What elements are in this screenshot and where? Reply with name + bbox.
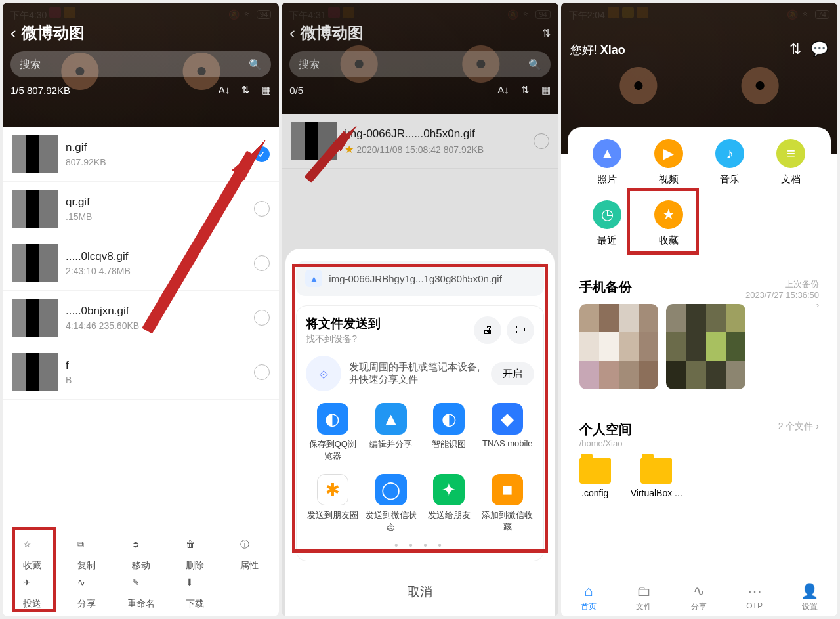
tab-icon: ∿ bbox=[693, 583, 705, 600]
file-thumbnail bbox=[12, 299, 58, 337]
action-share[interactable]: ∿分享 bbox=[60, 577, 114, 610]
app-icon-3 bbox=[637, 7, 648, 18]
category-label: 文档 bbox=[781, 173, 801, 186]
category-收藏[interactable]: ★ 收藏 bbox=[640, 200, 696, 247]
tab-首页[interactable]: ⌂ 首页 bbox=[561, 576, 616, 616]
search-bar[interactable]: 🔍 bbox=[10, 51, 271, 77]
folder-item[interactable]: VirtualBox ... bbox=[631, 458, 682, 498]
category-icon: ♪ bbox=[715, 139, 744, 168]
file-item[interactable]: .....0bnjxn.gif 4:14:46 235.60KB bbox=[3, 291, 279, 345]
tab-label: OTP bbox=[746, 601, 763, 610]
tab-OTP[interactable]: ⋯ OTP bbox=[726, 576, 782, 616]
app-label: 发送到朋友圈 bbox=[307, 509, 358, 521]
share-app[interactable]: ✦ 发送给朋友 bbox=[423, 474, 476, 533]
action-download[interactable]: ⬇下载 bbox=[168, 577, 222, 610]
personal-space-card[interactable]: 2 个文件 › 个人空间 /home/Xiao .config VirtualB… bbox=[568, 409, 831, 510]
filter-icon[interactable]: ⇅ bbox=[242, 84, 250, 96]
categories-card: ▲ 照片 ▶ 视频 ♪ 音乐 ≡ 文档 ◷ 最近 ★ 收藏 bbox=[568, 127, 831, 259]
file-info: 4:14:46 235.60KB bbox=[66, 320, 246, 331]
share-apps-grid: ◐ 保存到QQ浏览器 ▲ 编辑并分享 ◐ 智能识图 ◆ TNAS mobile … bbox=[306, 403, 534, 533]
tab-icon: 🗀 bbox=[637, 583, 651, 600]
action-cast[interactable]: ✈投送 bbox=[5, 577, 60, 610]
sort-icon[interactable]: A↓ bbox=[219, 84, 230, 96]
page-indicator: • • • • bbox=[306, 540, 534, 551]
folder-icon bbox=[579, 458, 611, 484]
backup-card[interactable]: 上次备份 2023/7/27 15:36:50 › 手机备份 bbox=[568, 267, 831, 401]
share-app[interactable]: ■ 添加到微信收藏 bbox=[481, 474, 534, 533]
share-app[interactable]: ◆ TNAS mobile bbox=[481, 403, 534, 462]
file-thumbnail bbox=[12, 190, 58, 228]
printer-icon[interactable]: 🖨 bbox=[474, 316, 501, 344]
tab-分享[interactable]: ∿ 分享 bbox=[671, 576, 726, 616]
action-info[interactable]: ⓘ属性 bbox=[222, 539, 277, 572]
category-label: 照片 bbox=[597, 173, 617, 186]
status-time: 下午2:04 bbox=[569, 10, 605, 20]
file-item[interactable]: f B bbox=[3, 345, 279, 400]
status-bar: 下午2:04 🔕 ᯤ 74 bbox=[561, 3, 837, 26]
category-音乐[interactable]: ♪ 音乐 bbox=[702, 139, 757, 186]
share-app[interactable]: ◯ 发送到微信状态 bbox=[364, 474, 417, 533]
select-checkbox[interactable] bbox=[254, 201, 270, 217]
open-button[interactable]: 开启 bbox=[491, 362, 534, 385]
file-name: n.gif bbox=[66, 141, 246, 154]
chat-icon[interactable]: 💬 bbox=[810, 41, 828, 58]
grid-icon[interactable]: ▦ bbox=[262, 84, 271, 96]
cancel-button[interactable]: 取消 bbox=[296, 570, 543, 605]
share-app[interactable]: ✱ 发送到朋友圈 bbox=[306, 474, 359, 533]
file-item[interactable]: n.gif 807.92KB bbox=[3, 127, 279, 182]
search-icon[interactable]: 🔍 bbox=[249, 58, 262, 71]
file-info: 2:43:10 4.78MB bbox=[66, 266, 246, 276]
action-copy[interactable]: ⧉复制 bbox=[60, 539, 114, 572]
select-checkbox[interactable] bbox=[254, 310, 270, 326]
search-input[interactable] bbox=[20, 58, 249, 70]
app-icon: ◐ bbox=[433, 403, 465, 435]
send-subtitle[interactable]: 找不到设备? bbox=[306, 333, 381, 345]
transfer-icon[interactable]: ⇅ bbox=[789, 41, 801, 58]
modal-backdrop[interactable]: ▲ img-0066JRBhgy1g...1g30g80h5x0n.gif 将文… bbox=[282, 3, 558, 616]
category-视频[interactable]: ▶ 视频 bbox=[640, 139, 696, 186]
select-checkbox[interactable] bbox=[254, 255, 270, 271]
share-app[interactable]: ◐ 智能识图 bbox=[423, 403, 476, 462]
category-照片[interactable]: ▲ 照片 bbox=[579, 139, 635, 186]
app-label: 编辑并分享 bbox=[369, 438, 412, 450]
file-list: n.gif 807.92KB qr.gif .15MB .....0lcqv8.… bbox=[3, 127, 279, 532]
category-icon: ▲ bbox=[593, 139, 621, 168]
select-checkbox[interactable] bbox=[254, 364, 270, 380]
folder-item[interactable]: .config bbox=[579, 458, 611, 498]
file-name: qr.gif bbox=[66, 196, 246, 209]
personal-path: /home/Xiao bbox=[579, 438, 819, 448]
share-app[interactable]: ▲ 编辑并分享 bbox=[364, 403, 417, 462]
app-icon: ◐ bbox=[317, 403, 348, 435]
action-move[interactable]: ➲移动 bbox=[114, 539, 168, 572]
action-rename[interactable]: ✎重命名 bbox=[114, 577, 168, 610]
app-label: TNAS mobile bbox=[482, 438, 533, 448]
backup-last-label: 上次备份 bbox=[746, 278, 819, 290]
tab-label: 文件 bbox=[636, 601, 652, 612]
file-count: 2 个文件 bbox=[778, 421, 814, 431]
tab-文件[interactable]: 🗀 文件 bbox=[616, 576, 671, 616]
tab-设置[interactable]: 👤 设置 bbox=[782, 576, 837, 616]
app-icon-1 bbox=[49, 7, 61, 18]
file-item[interactable]: .....0lcqv8.gif 2:43:10 4.78MB bbox=[3, 236, 279, 291]
category-icon: ◷ bbox=[593, 200, 621, 229]
file-chip-name: img-0066JRBhgy1g...1g30g80h5x0n.gif bbox=[329, 273, 502, 284]
status-time: 下午4:30 bbox=[10, 10, 47, 20]
category-最近[interactable]: ◷ 最近 bbox=[579, 200, 635, 247]
action-favorite[interactable]: ☆收藏 bbox=[5, 539, 60, 572]
category-label: 收藏 bbox=[659, 234, 679, 247]
app-icon: ▲ bbox=[375, 403, 407, 435]
category-icon: ▶ bbox=[654, 139, 683, 168]
file-chip: ▲ img-0066JRBhgy1g...1g30g80h5x0n.gif bbox=[296, 261, 543, 296]
file-name: f bbox=[66, 359, 246, 372]
select-checkbox[interactable] bbox=[254, 146, 270, 162]
action-delete[interactable]: 🗑删除 bbox=[168, 539, 222, 572]
back-icon[interactable]: ‹ bbox=[10, 23, 16, 43]
app-label: 发送给朋友 bbox=[428, 509, 471, 521]
folder-icon bbox=[640, 458, 672, 484]
bottom-nav: ⌂ 首页 🗀 文件 ∿ 分享 ⋯ OTP 👤 设置 bbox=[561, 576, 837, 616]
category-文档[interactable]: ≡ 文档 bbox=[763, 139, 819, 186]
screen-icon[interactable]: 🖵 bbox=[507, 316, 534, 344]
file-item[interactable]: qr.gif .15MB bbox=[3, 182, 279, 236]
header-bg: 下午4:30 🔕 ᯤ 94 ‹ 微博动图 🔍 1/5 807.92KB bbox=[3, 3, 279, 127]
share-app[interactable]: ◐ 保存到QQ浏览器 bbox=[306, 403, 359, 462]
